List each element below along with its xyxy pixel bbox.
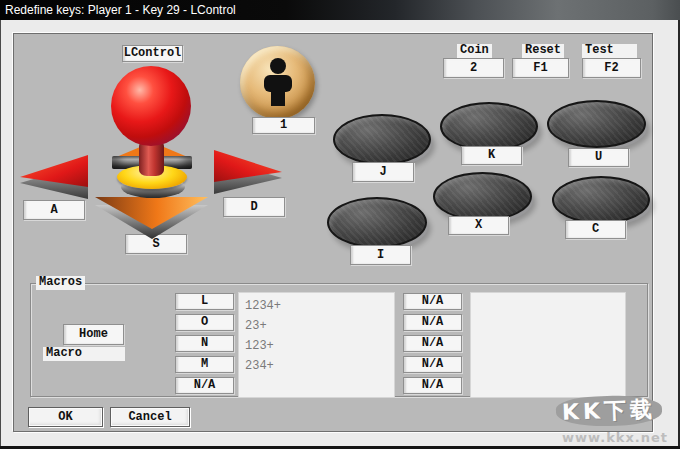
joystick-ball — [111, 66, 191, 146]
macro-line: 23+ — [245, 316, 388, 336]
macro-line: 1234+ — [245, 296, 388, 316]
arcade-button-5[interactable] — [433, 172, 532, 221]
title-bar[interactable]: Redefine keys: Player 1 - Key 29 - LCont… — [0, 0, 680, 20]
test-key-button[interactable]: F2 — [582, 58, 641, 78]
joystick-key-button[interactable]: LControl — [122, 45, 183, 62]
macro-slot-right-2-button[interactable]: N/A — [403, 314, 462, 331]
window-edge-left — [0, 20, 1, 449]
cancel-button[interactable]: Cancel — [110, 407, 190, 427]
coin-label: Coin — [457, 44, 492, 58]
key-right-button[interactable]: D — [223, 197, 285, 217]
arcade-key-6-button[interactable]: C — [565, 220, 626, 239]
macro-slot-right-3-button[interactable]: N/A — [403, 335, 462, 352]
macro-line: 234+ — [245, 356, 388, 376]
macro-text-left[interactable]: 1234+ 23+ 123+ 234+ — [238, 292, 395, 398]
arrow-down-icon — [95, 197, 208, 239]
watermark-site: www.kkx.net — [562, 430, 668, 445]
window-title: Redefine keys: Player 1 - Key 29 - LCont… — [5, 3, 236, 17]
redefine-keys-window: Redefine keys: Player 1 - Key 29 - LCont… — [0, 0, 680, 449]
player-coin-graphic — [240, 46, 315, 119]
reset-key-button[interactable]: F1 — [512, 58, 569, 78]
coin-key-button[interactable]: 2 — [443, 58, 504, 78]
macro-slot-right-4-button[interactable]: N/A — [403, 356, 462, 373]
arcade-button-3[interactable] — [547, 100, 646, 148]
arcade-key-1-button[interactable]: J — [352, 162, 414, 182]
reset-label: Reset — [522, 44, 564, 58]
macro-caption: Macro — [43, 347, 125, 361]
arrow-left-icon — [18, 153, 90, 199]
home-button[interactable]: Home — [63, 324, 124, 345]
macro-slot-right-5-button[interactable]: N/A — [403, 377, 462, 394]
macro-line: 123+ — [245, 336, 388, 356]
watermark-logo: KK下载 — [556, 396, 662, 426]
macro-slot-left-5-button[interactable]: N/A — [175, 377, 234, 394]
macro-slot-left-1-button[interactable]: L — [175, 293, 234, 310]
player-number-button[interactable]: 1 — [252, 117, 315, 134]
key-left-button[interactable]: A — [23, 200, 85, 220]
arrow-right-icon — [212, 146, 284, 194]
arcade-key-3-button[interactable]: U — [568, 148, 629, 167]
arcade-button-4[interactable] — [327, 197, 427, 248]
macro-slot-right-1-button[interactable]: N/A — [403, 293, 462, 310]
arcade-button-1[interactable] — [333, 114, 431, 165]
macro-text-right[interactable] — [470, 292, 626, 398]
macro-slot-left-4-button[interactable]: M — [175, 356, 234, 373]
arcade-key-4-button[interactable]: I — [350, 245, 411, 265]
arcade-key-2-button[interactable]: K — [461, 146, 522, 165]
test-label: Test — [582, 44, 637, 58]
macro-slot-left-3-button[interactable]: N — [175, 335, 234, 352]
arcade-key-5-button[interactable]: X — [448, 216, 509, 235]
arcade-button-2[interactable] — [440, 102, 538, 151]
macro-slot-left-2-button[interactable]: O — [175, 314, 234, 331]
macros-group-label: Macros — [36, 276, 85, 290]
watermark-logo-text: KK下载 — [556, 394, 663, 428]
arcade-button-6[interactable] — [552, 176, 650, 224]
person-icon — [259, 57, 297, 109]
ok-button[interactable]: OK — [28, 407, 103, 427]
